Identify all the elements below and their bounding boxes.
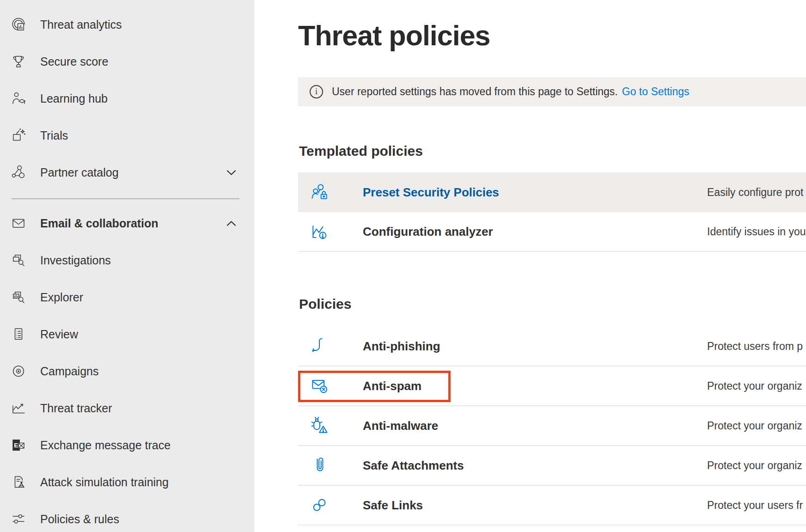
sidebar-item-label: Review (40, 328, 78, 341)
sidebar-item-label: Explorer (40, 291, 83, 304)
safe-links-chain-icon (310, 495, 330, 515)
row-label: Preset Security Policies (363, 185, 499, 200)
trials-gift-icon (10, 127, 27, 144)
row-anti-phishing[interactable]: Anti-phishing Protect users from p (298, 327, 806, 367)
section-heading-templated-policies: Templated policies (299, 144, 423, 158)
sidebar-item-campaigns[interactable]: Campaigns (0, 353, 254, 390)
go-to-settings-link[interactable]: Go to Settings (622, 86, 690, 98)
row-label: Safe Attachments (363, 459, 464, 473)
sidebar-item-learning-hub[interactable]: Learning hub (0, 80, 254, 117)
info-banner: i User reported settings has moved from … (298, 77, 806, 106)
banner-text: User reported settings has moved from th… (332, 86, 618, 98)
preset-security-policies-icon (310, 182, 330, 202)
configuration-analyzer-icon (310, 221, 330, 242)
row-description: Easily configure prot (707, 186, 803, 199)
sidebar-item-threat-tracker[interactable]: Threat tracker (0, 390, 254, 427)
investigations-icon (10, 252, 27, 269)
anti-phishing-icon (310, 336, 330, 356)
row-description: Protect users from p (707, 340, 803, 353)
chevron-down-icon[interactable] (225, 166, 238, 179)
row-safe-attachments[interactable]: Safe Attachments Protect your organiz (298, 446, 806, 486)
row-label: Anti-malware (363, 419, 438, 433)
row-label: Anti-spam (363, 379, 421, 393)
sidebar-item-label: Campaigns (40, 365, 98, 378)
policies-rules-icon (10, 511, 27, 527)
row-anti-malware[interactable]: Anti-malware Protect your organiz (298, 406, 806, 446)
row-description: Protect your organiz (707, 380, 802, 392)
sidebar-item-label: Partner catalog (40, 166, 119, 179)
sidebar-divider (12, 198, 239, 199)
sidebar-item-email-collaboration[interactable]: Email & collaboration (0, 205, 254, 242)
partner-catalog-icon (10, 164, 27, 181)
row-safe-links[interactable]: Safe Links Protect your users fr (298, 486, 806, 526)
row-label: Safe Links (363, 498, 423, 513)
row-description: Protect your organiz (707, 459, 802, 472)
sidebar-nav: Threat analytics Secure score Learning h… (0, 0, 254, 532)
sidebar-item-label: Exchange message trace (40, 439, 171, 452)
campaigns-icon (10, 363, 27, 379)
row-preset-security-policies[interactable]: Preset Security Policies Easily configur… (298, 172, 806, 212)
row-description: Protect your organiz (707, 420, 802, 432)
explorer-icon (10, 289, 27, 306)
row-description: Protect your users fr (707, 499, 803, 512)
page-title: Threat policies (298, 22, 490, 50)
row-label: Anti-phishing (363, 339, 440, 354)
sidebar-item-trials[interactable]: Trials (0, 117, 254, 154)
review-icon (10, 326, 27, 342)
safe-attachments-paperclip-icon (310, 455, 330, 476)
sidebar-item-review[interactable]: Review (0, 316, 254, 353)
section-heading-policies: Policies (299, 297, 351, 311)
threat-tracker-icon (10, 400, 27, 416)
sidebar-item-label: Threat tracker (40, 402, 112, 415)
anti-malware-icon (310, 416, 330, 436)
svg-text:E: E (14, 442, 18, 449)
sidebar-item-label: Secure score (40, 55, 108, 68)
row-configuration-analyzer[interactable]: Configuration analyzer Identify issues i… (298, 212, 806, 252)
anti-spam-icon (310, 376, 330, 396)
sidebar-item-exchange-message-trace[interactable]: E Exchange message trace (0, 427, 254, 464)
email-collaboration-icon (10, 215, 27, 232)
info-icon: i (310, 85, 323, 98)
sidebar-item-investigations[interactable]: Investigations (0, 242, 254, 279)
sidebar-item-label: Investigations (40, 254, 111, 267)
threat-analytics-icon (10, 16, 27, 33)
sidebar-item-label: Trials (40, 129, 68, 142)
learning-hub-icon (10, 90, 27, 107)
sidebar-item-label: Attack simulation training (40, 476, 169, 489)
sidebar-item-secure-score[interactable]: Secure score (0, 43, 254, 80)
sidebar-item-attack-simulation-training[interactable]: Attack simulation training (0, 464, 254, 501)
sidebar-item-label: Email & collaboration (40, 217, 159, 230)
secure-score-trophy-icon (10, 53, 27, 70)
sidebar-item-label: Policies & rules (40, 513, 119, 526)
row-anti-spam[interactable]: Anti-spam Protect your organiz (298, 367, 806, 406)
row-label: Configuration analyzer (363, 225, 493, 239)
sidebar-item-policies-rules[interactable]: Policies & rules (0, 501, 254, 532)
attack-simulation-icon (10, 474, 27, 490)
sidebar-item-threat-analytics[interactable]: Threat analytics (0, 6, 254, 43)
sidebar-item-partner-catalog[interactable]: Partner catalog (0, 154, 254, 191)
chevron-up-icon[interactable] (225, 217, 238, 230)
sidebar-item-explorer[interactable]: Explorer (0, 279, 254, 316)
sidebar-item-label: Learning hub (40, 92, 108, 105)
row-description: Identify issues in you (707, 226, 806, 238)
exchange-icon: E (10, 437, 27, 453)
sidebar-item-label: Threat analytics (40, 18, 122, 31)
